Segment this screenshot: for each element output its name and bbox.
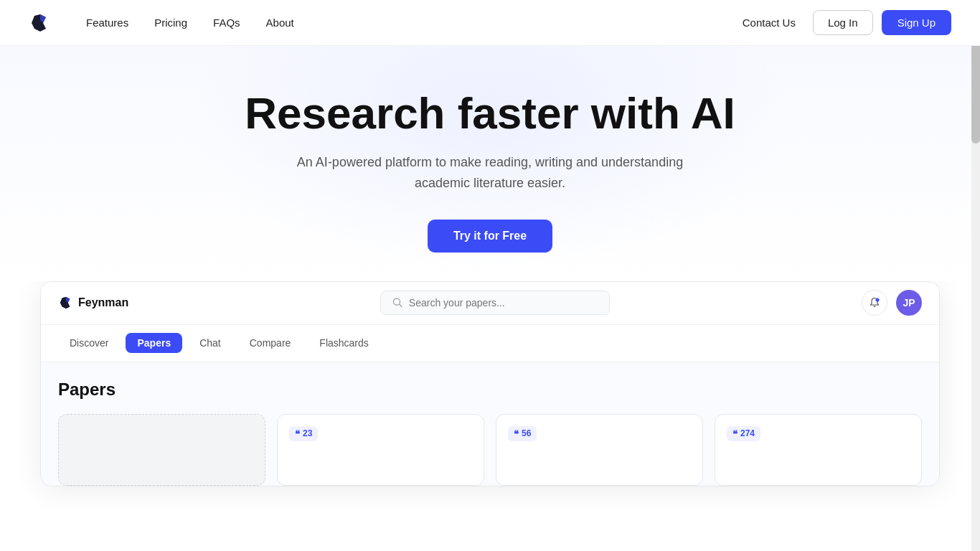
scrollbar[interactable] (971, 0, 980, 551)
hero-headline: Research faster with AI (245, 89, 735, 138)
papers-grid: ❝ 23 ❝ 56 ❝ 274 (58, 414, 922, 486)
citation-badge-2: ❝ 56 (508, 426, 537, 441)
quote-icon-2: ❝ (514, 428, 519, 439)
tab-discover[interactable]: Discover (58, 333, 120, 353)
contact-button[interactable]: Contact Us (734, 11, 804, 34)
tab-compare[interactable]: Compare (238, 333, 303, 353)
app-topbar: Feynman JP (41, 282, 939, 325)
user-avatar[interactable]: JP (896, 290, 922, 316)
tab-chat[interactable]: Chat (188, 333, 232, 353)
logo-icon (29, 11, 52, 34)
paper-card-2[interactable]: ❝ 56 (496, 414, 703, 486)
paper-card-3[interactable]: ❝ 274 (715, 414, 922, 486)
citation-count-2: 56 (522, 428, 531, 438)
search-input[interactable] (409, 297, 598, 309)
nav-features[interactable]: Features (86, 17, 128, 29)
svg-line-1 (400, 305, 402, 307)
citation-badge-3: ❝ 274 (727, 426, 760, 441)
app-tabs: Discover Papers Chat Compare Flashcards (41, 325, 939, 362)
tab-flashcards[interactable]: Flashcards (308, 333, 380, 353)
logo[interactable] (29, 11, 52, 34)
nav-pricing[interactable]: Pricing (154, 17, 187, 29)
signup-button[interactable]: Sign Up (882, 10, 951, 35)
nav-about[interactable]: About (266, 17, 294, 29)
app-content: Papers ❝ 23 ❝ 56 ❝ (41, 362, 939, 486)
app-logo: Feynman (58, 295, 128, 311)
topbar-right: JP (862, 290, 922, 316)
svg-point-2 (876, 298, 880, 302)
hero-subtext: An AI-powered platform to make reading, … (275, 152, 705, 194)
paper-card-1[interactable]: ❝ 23 (277, 414, 484, 486)
search-icon (392, 297, 403, 309)
citation-count-1: 23 (303, 428, 312, 438)
hero-section: Research faster with AI An AI-powered pl… (0, 46, 980, 281)
nav-faqs[interactable]: FAQs (213, 17, 240, 29)
bell-icon (869, 297, 880, 309)
notification-button[interactable] (862, 290, 887, 316)
quote-icon-1: ❝ (295, 428, 300, 439)
nav-links: Features Pricing FAQs About (86, 17, 734, 29)
paper-card-empty (58, 414, 265, 486)
tab-papers[interactable]: Papers (126, 333, 182, 353)
app-search-bar[interactable] (380, 291, 610, 315)
navbar-actions: Contact Us Log In Sign Up (734, 10, 951, 35)
navbar: Features Pricing FAQs About Contact Us L… (0, 0, 980, 46)
app-logo-text: Feynman (78, 296, 128, 309)
try-free-button[interactable]: Try it for Free (428, 220, 552, 253)
app-preview: Feynman JP Discover Papers Chat Compa (40, 281, 940, 486)
app-logo-icon (58, 295, 74, 311)
citation-count-3: 274 (740, 428, 755, 438)
citation-badge-1: ❝ 23 (289, 426, 318, 441)
papers-title: Papers (58, 380, 922, 400)
login-button[interactable]: Log In (813, 10, 873, 35)
quote-icon-3: ❝ (732, 428, 738, 439)
